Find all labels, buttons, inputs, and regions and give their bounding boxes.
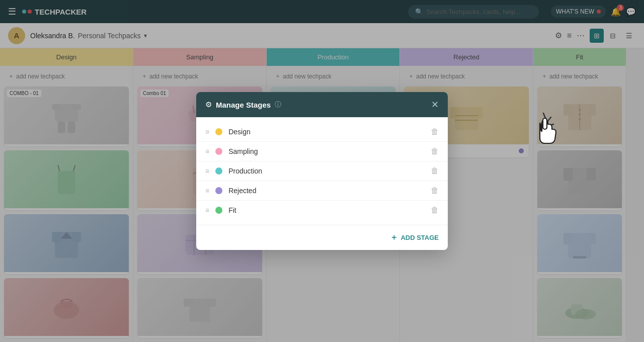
- delete-fit-icon[interactable]: 🗑: [431, 206, 439, 215]
- stage-color-rejected: [215, 187, 222, 194]
- stage-name-fit: Fit: [228, 206, 425, 214]
- stage-color-sampling: [215, 148, 222, 155]
- svg-line-52: [548, 124, 553, 126]
- manage-stages-modal: ⚙ Manage Stages ⓘ ✕ ≡ Design 🗑 ≡ Samplin…: [196, 92, 448, 250]
- delete-production-icon[interactable]: 🗑: [431, 166, 439, 176]
- svg-rect-53: [543, 118, 547, 129]
- stage-row-fit: ≡ Fit 🗑: [196, 201, 448, 220]
- modal-header: ⚙ Manage Stages ⓘ ✕: [196, 92, 448, 117]
- info-icon[interactable]: ⓘ: [275, 100, 281, 109]
- stage-name-rejected: Rejected: [228, 187, 425, 195]
- svg-line-51: [547, 117, 551, 122]
- drag-handle[interactable]: ≡: [205, 147, 209, 155]
- delete-rejected-icon[interactable]: 🗑: [431, 186, 439, 195]
- delete-sampling-icon[interactable]: 🗑: [431, 147, 439, 156]
- modal-body: ≡ Design 🗑 ≡ Sampling 🗑 ≡ Production 🗑 ≡: [196, 117, 448, 225]
- modal-title: Manage Stages: [216, 101, 271, 109]
- stage-name-design: Design: [228, 128, 425, 136]
- gear-icon: ⚙: [205, 100, 212, 109]
- drag-handle[interactable]: ≡: [205, 187, 209, 195]
- stage-name-sampling: Sampling: [228, 147, 425, 155]
- drag-handle[interactable]: ≡: [205, 206, 209, 214]
- close-icon[interactable]: ✕: [431, 99, 439, 110]
- stage-row-sampling: ≡ Sampling 🗑: [196, 142, 448, 161]
- modal-overlay[interactable]: ⚙ Manage Stages ⓘ ✕ ≡ Design 🗑 ≡ Samplin…: [0, 0, 644, 342]
- cursor-illustration: [523, 111, 558, 153]
- stage-color-production: [215, 167, 222, 175]
- drag-handle[interactable]: ≡: [205, 167, 209, 175]
- stage-color-fit: [215, 207, 222, 214]
- modal-footer: ＋ ADD STAGE: [196, 225, 448, 250]
- add-stage-button[interactable]: ＋ ADD STAGE: [390, 232, 439, 243]
- stage-color-design: [215, 128, 222, 135]
- stage-row-rejected: ≡ Rejected 🗑: [196, 181, 448, 201]
- stage-row-design: ≡ Design 🗑: [196, 122, 448, 142]
- svg-line-50: [543, 113, 546, 119]
- delete-design-icon[interactable]: 🗑: [431, 127, 439, 136]
- plus-icon: ＋: [390, 232, 398, 243]
- stage-name-production: Production: [228, 167, 425, 175]
- drag-handle[interactable]: ≡: [205, 128, 209, 136]
- stage-row-production: ≡ Production 🗑: [196, 161, 448, 181]
